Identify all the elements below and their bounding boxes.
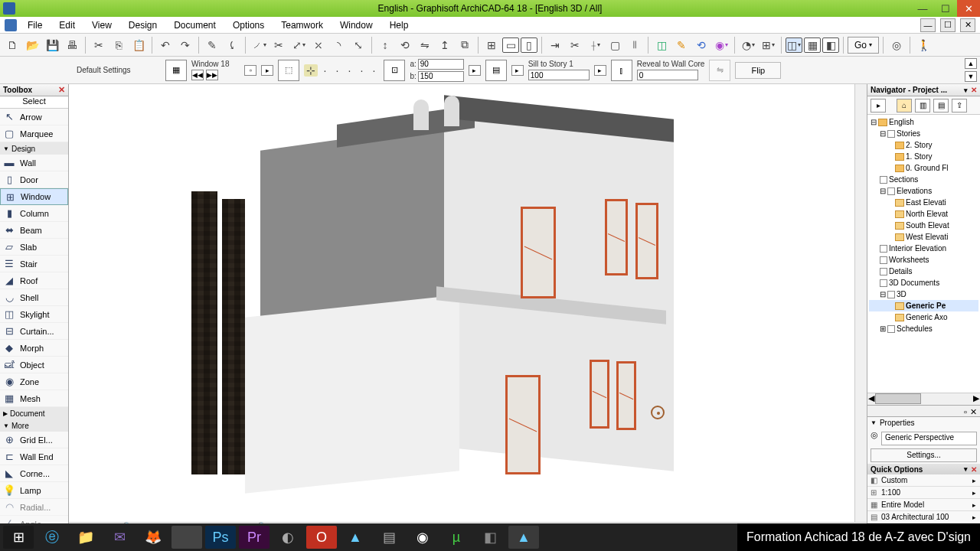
mirror-icon[interactable]: ⇋ [416, 36, 434, 54]
nav-close-icon[interactable]: ✕ [971, 86, 977, 94]
tool-roof[interactable]: ◢Roof [0, 272, 68, 289]
anchor-1-icon[interactable]: ⊹ [304, 64, 318, 77]
qo-row-pens[interactable]: ▤03 Architectural 100▸ [867, 511, 980, 523]
new-button[interactable]: 🗋 [3, 36, 21, 54]
qo-row-mvo[interactable]: ◧Custom▸ [867, 474, 980, 487]
elevate-icon[interactable]: ↥ [436, 36, 454, 54]
tool-zone[interactable]: ◉Zone [0, 373, 68, 390]
redo-button[interactable]: ↷ [176, 36, 194, 54]
split-button[interactable]: ✂ [270, 36, 288, 54]
app-icon-3[interactable]: ◧ [475, 526, 505, 549]
menu-teamwork[interactable]: Teamwork [275, 18, 329, 32]
copy-button[interactable]: ⎘ [109, 36, 128, 54]
menu-file[interactable]: File [21, 18, 48, 32]
go-button[interactable]: Go▾ [848, 37, 879, 54]
tool-skylight[interactable]: ◫Skylight [0, 306, 68, 323]
nav-menu-icon[interactable]: ▾ [964, 86, 968, 94]
open-button[interactable]: 📂 [23, 36, 41, 54]
prev-button[interactable]: ◀◀ [191, 70, 204, 80]
reveal-input[interactable] [637, 70, 698, 80]
trace-switch-button[interactable]: ⟲ [692, 36, 710, 54]
measure-button[interactable]: ◎ [887, 36, 906, 54]
tool-radial[interactable]: ◠Radial... [0, 499, 68, 516]
navigator-tree[interactable]: ⊟English ⊟Stories 2. Story 1. Story 0. G… [867, 115, 980, 393]
3d-viewport[interactable]: ◀ ⊡ ⊞ 🔍+ ▭ ◎ 🔍- ✋ ⟳ 🚶 ◀🔍 🔍▶ ⌄ ⊟ [69, 84, 867, 536]
qo-menu-icon[interactable]: ▾ [964, 465, 968, 473]
qo-row-partial[interactable]: ▦Entire Model▸ [867, 499, 980, 511]
tool-beam[interactable]: ⬌Beam [0, 222, 68, 239]
floorplan-button[interactable]: ⊞▾ [759, 36, 777, 54]
drag-icon[interactable]: ↕ [376, 36, 394, 54]
utorrent-icon[interactable]: µ [441, 526, 472, 549]
chrome-icon[interactable]: ◉ [407, 526, 438, 549]
paste-button[interactable]: 📋 [129, 36, 148, 54]
properties-header[interactable]: Properties [880, 419, 915, 427]
tool-lamp[interactable]: 💡Lamp [0, 482, 68, 499]
anchor-3-icon[interactable]: · [332, 64, 342, 77]
layer-arrow[interactable]: ▸ [261, 65, 273, 76]
document-section[interactable]: ▶Document [0, 407, 68, 419]
opera-icon[interactable]: O [306, 526, 337, 549]
ie-icon[interactable]: ⓔ [37, 526, 67, 549]
explorer-icon[interactable]: 📁 [70, 526, 101, 549]
sill-toggle[interactable]: ▸ [511, 65, 524, 76]
tool-morph[interactable]: ◆Morph [0, 340, 68, 357]
show-sel-button[interactable]: ✂ [566, 36, 584, 54]
messenger-icon[interactable]: ✉ [104, 526, 135, 549]
trace-on-button[interactable]: ◫ [652, 36, 671, 54]
flip-icon[interactable]: ⇋ [709, 60, 730, 81]
menu-document[interactable]: Document [168, 18, 222, 32]
group-button[interactable]: ▭ [502, 37, 519, 53]
tool-window[interactable]: ⊞Window [0, 188, 68, 205]
axon-button[interactable]: ▦ [804, 37, 821, 53]
height-input[interactable] [418, 71, 464, 82]
anchor-4-icon[interactable]: · [344, 64, 354, 77]
trim-button[interactable]: ⟋▾ [250, 36, 268, 54]
mdi-close-button[interactable]: ✕ [960, 18, 975, 32]
cut-button[interactable]: ✂ [90, 36, 108, 54]
trace-ref-button[interactable]: ✎ [672, 36, 691, 54]
inject-button[interactable]: ⤹ [223, 36, 241, 54]
vertical-scrollbar[interactable] [854, 84, 867, 522]
infobox-scroll-down[interactable]: ▼ [965, 71, 977, 82]
tool-corner[interactable]: ◣Corne... [0, 465, 68, 482]
edit-sel-button[interactable]: ⇥ [546, 36, 564, 54]
ungroup-button[interactable]: ▯ [521, 37, 537, 53]
save-button[interactable]: 💾 [43, 36, 61, 54]
sill-icon[interactable]: ▤ [485, 60, 507, 81]
adjust-button[interactable]: ⤢▾ [289, 36, 308, 54]
view-3d-button[interactable]: ◔▾ [739, 36, 757, 54]
qo-row-scale[interactable]: ⊞1:100▸ [867, 487, 980, 499]
qo-close-icon[interactable]: ✕ [971, 465, 977, 474]
maximize-button[interactable]: ☐ [934, 0, 957, 17]
tool-column[interactable]: ▮Column [0, 205, 68, 222]
nav-hscrollbar[interactable]: ◀▶ [867, 393, 980, 405]
filter-button[interactable]: ⟊▾ [586, 36, 604, 54]
firefox-icon[interactable]: 🦊 [138, 526, 168, 549]
tool-grid[interactable]: ⊕Grid El... [0, 432, 68, 448]
photoshop-icon[interactable]: Ps [205, 526, 236, 549]
new-view-icon[interactable]: ▫ [964, 407, 967, 415]
rotate-icon[interactable]: ⟲ [396, 36, 414, 54]
multiply-icon[interactable]: ⧉ [456, 36, 474, 54]
nav-tab-project[interactable]: ⌂ [897, 99, 912, 112]
menu-edit[interactable]: Edit [53, 18, 81, 32]
tool-mesh[interactable]: ▦Mesh [0, 390, 68, 407]
archicad-icon-1[interactable]: ▲ [340, 526, 371, 549]
intersect-button[interactable]: ⤫ [309, 36, 328, 54]
layer-button[interactable]: ▫ [244, 65, 256, 76]
mdi-maximize-button[interactable]: ☐ [940, 18, 956, 32]
next-button[interactable]: ▶▶ [206, 70, 218, 80]
app-icon-2[interactable]: ▤ [374, 526, 404, 549]
nav-tab-publisher[interactable]: ⇪ [952, 99, 967, 112]
trace-color-button[interactable]: ◉▾ [712, 36, 730, 54]
dim-arrow[interactable]: ▸ [469, 65, 481, 76]
tool-stair[interactable]: ☰Stair [0, 256, 68, 272]
tool-door[interactable]: ▯Door [0, 171, 68, 188]
menu-options[interactable]: Options [227, 18, 270, 32]
tool-marquee[interactable]: ▢Marquee [0, 126, 68, 142]
mdi-minimize-button[interactable]: — [920, 18, 936, 32]
settings-button[interactable]: Settings... [871, 448, 977, 462]
home-story-icon[interactable]: ⬚ [278, 60, 299, 81]
sill-arrow[interactable]: ▸ [594, 65, 606, 76]
